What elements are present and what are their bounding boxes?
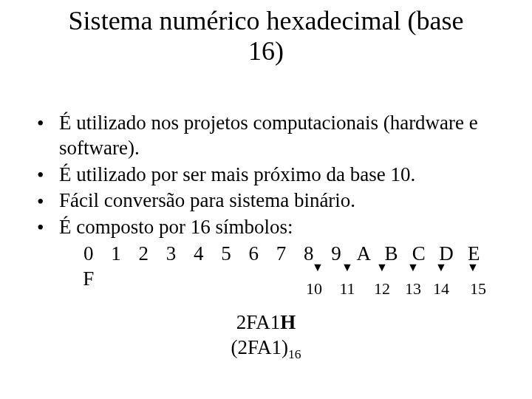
arrow-down-icon: ▼ [467, 265, 479, 270]
arrow-label: 15 [470, 279, 486, 299]
example-line-2: (2FA1)16 [0, 335, 532, 363]
arrow-down-icon: ▼ [435, 265, 447, 270]
hex-symbol: 2 [133, 242, 155, 267]
bullet-item: • É utilizado por ser mais próximo da ba… [30, 163, 502, 188]
example-line-1: 2FA1H [0, 310, 532, 335]
example-block: 2FA1H (2FA1)16 [0, 310, 532, 363]
bullet-text: É utilizado por ser mais próximo da base… [59, 163, 415, 185]
hex-symbol: 3 [160, 242, 183, 267]
arrow-label: 14 [433, 279, 449, 299]
arrow-down-icon: ▼ [376, 265, 388, 270]
arrow-down-icon: ▼ [312, 265, 324, 270]
example-prefix: 2FA1 [236, 311, 281, 333]
hex-symbol: 5 [215, 242, 237, 267]
bullet-dot-icon: • [37, 163, 44, 188]
slide: Sistema numérico hexadecimal (base 16) •… [0, 0, 532, 399]
bullet-dot-icon: • [37, 190, 44, 215]
hex-symbol: 1 [105, 242, 127, 267]
title-line-1: Sistema numérico hexadecimal (base [69, 6, 464, 35]
bullet-item: • Fácil conversão para sistema binário. [30, 188, 502, 214]
arrow-label: 12 [374, 279, 390, 299]
bullet-item: • É composto por 16 símbolos: [30, 215, 502, 240]
hex-symbol: 0 [78, 242, 100, 267]
hex-symbol: 6 [243, 242, 265, 267]
arrow-label: 11 [339, 279, 355, 299]
example-suffix-bold: H [280, 311, 296, 333]
arrows-row: ▼ ▼ ▼ ▼ ▼ ▼ 10 11 12 13 14 15 [0, 265, 532, 309]
arrow-down-icon: ▼ [407, 265, 419, 270]
bullet-text: É composto por 16 símbolos: [59, 216, 293, 238]
slide-title: Sistema numérico hexadecimal (base 16) [0, 6, 532, 67]
title-line-2: 16) [248, 36, 284, 66]
example-subscript: 16 [288, 347, 301, 361]
arrow-label: 10 [306, 279, 322, 299]
hex-symbol: A [353, 242, 375, 267]
example-value: 2FA1 [237, 336, 282, 358]
bullet-text: Fácil conversão para sistema binário. [59, 189, 355, 211]
bullet-dot-icon: • [37, 216, 44, 241]
arrow-down-icon: ▼ [341, 265, 353, 270]
paren-close: ) [282, 336, 288, 358]
hex-symbol: 7 [270, 242, 293, 267]
arrow-label: 13 [405, 279, 421, 299]
hex-symbol: 4 [188, 242, 210, 267]
bullet-text: É utilizado nos projetos computacionais … [59, 112, 478, 159]
bullet-dot-icon: • [37, 112, 44, 137]
bullet-item: • É utilizado nos projetos computacionai… [30, 111, 502, 161]
